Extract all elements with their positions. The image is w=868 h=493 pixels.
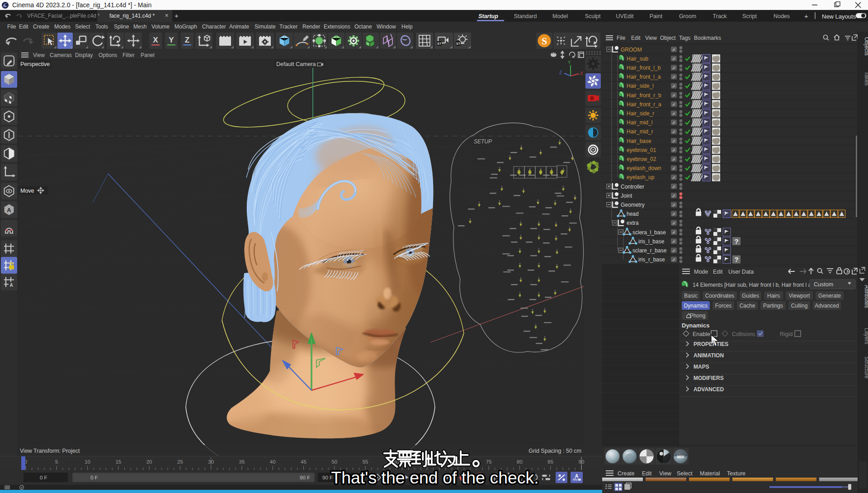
svg-text:View: View — [33, 52, 45, 58]
svg-text:S: S — [542, 35, 547, 47]
svg-text:Attributes: Attributes — [863, 285, 868, 308]
svg-text:Z: Z — [185, 36, 189, 44]
svg-text:Material: Material — [700, 470, 720, 477]
svg-text:Controller: Controller — [621, 184, 644, 190]
svg-text:GROOM: GROOM — [621, 47, 642, 53]
svg-text:iris_l_base: iris_l_base — [638, 238, 665, 245]
svg-text:Hair_front_r_a: Hair_front_r_a — [627, 101, 661, 108]
svg-text:Mode: Mode — [694, 269, 708, 275]
svg-text:Dynamics: Dynamics — [684, 303, 708, 309]
svg-text:Tags: Tags — [679, 35, 690, 41]
svg-text:Hair_front_r_b: Hair_front_r_b — [627, 92, 661, 99]
svg-text:extra: extra — [627, 220, 639, 226]
svg-text:14 Elements [Hair sub, Hair fr: 14 Elements [Hair sub, Hair front l b, H… — [693, 282, 812, 288]
svg-text:Geometry: Geometry — [621, 202, 645, 208]
svg-text:Hairs: Hairs — [767, 293, 780, 299]
svg-text:Object: Object — [660, 35, 676, 41]
svg-text:Hair_base: Hair_base — [627, 138, 651, 144]
svg-text:Advanced: Advanced — [815, 303, 839, 309]
svg-text:View: View — [645, 35, 657, 41]
svg-text:X: X — [153, 36, 158, 44]
svg-text:Edit: Edit — [642, 470, 652, 477]
svg-text:SETUP: SETUP — [474, 138, 492, 145]
svg-text:X: X — [580, 71, 583, 76]
svg-text:Texture: Texture — [727, 470, 745, 477]
svg-text:Move: Move — [20, 188, 34, 194]
svg-text:Dynamics: Dynamics — [682, 322, 709, 329]
svg-text:MODIFIERS: MODIFIERS — [693, 375, 724, 381]
svg-text:Perspective: Perspective — [20, 61, 50, 67]
svg-text:Edit: Edit — [631, 35, 641, 41]
svg-text:A: A — [7, 207, 11, 213]
svg-text:Cameras: Cameras — [50, 52, 72, 58]
svg-text:Culling: Culling — [791, 303, 808, 309]
svg-text:Hair_mid_l: Hair_mid_l — [627, 119, 652, 126]
svg-text:Collisions: Collisions — [732, 331, 755, 337]
svg-text:ST: ST — [456, 42, 461, 45]
svg-text:Hair_sub: Hair_sub — [627, 56, 648, 62]
svg-text:eyelash_up: eyelash_up — [627, 174, 655, 180]
svg-text:Cache: Cache — [740, 303, 755, 309]
svg-text:Joint: Joint — [621, 193, 632, 199]
svg-text:Coordinates: Coordinates — [705, 293, 735, 299]
svg-text:Options: Options — [99, 52, 117, 58]
svg-text:Takes: Takes — [863, 71, 868, 85]
svg-text:MAPS: MAPS — [693, 364, 709, 370]
svg-text:Create: Create — [618, 470, 635, 477]
svg-text:Structure: Structure — [863, 356, 868, 379]
svg-text:Phong: Phong — [690, 313, 706, 319]
svg-text:?: ? — [734, 237, 738, 245]
svg-text:Hair_front_l_a: Hair_front_l_a — [627, 74, 661, 80]
svg-text:Forces: Forces — [715, 303, 732, 309]
svg-text:Custom: Custom — [814, 281, 833, 288]
svg-text:Guides: Guides — [742, 293, 759, 299]
svg-text:Hair_side_r: Hair_side_r — [627, 110, 654, 117]
svg-text:sclera_l_base: sclera_l_base — [632, 229, 666, 236]
svg-text:ST: ST — [437, 42, 442, 45]
svg-text:A: A — [9, 283, 13, 288]
svg-text:head: head — [627, 211, 639, 217]
svg-text:Z: Z — [559, 70, 562, 75]
svg-text:File: File — [617, 35, 626, 41]
svg-text:That's the end of the check.: That's the end of the check. — [331, 468, 539, 487]
svg-text:iris_r_base: iris_r_base — [638, 256, 665, 263]
svg-text:Panel: Panel — [141, 52, 155, 58]
svg-text:Y: Y — [169, 36, 174, 44]
svg-text:sclare_r_base: sclare_r_base — [632, 247, 667, 254]
svg-text:Basic: Basic — [684, 293, 697, 299]
svg-text:eyebrow_01: eyebrow_01 — [627, 147, 656, 153]
svg-text:User Data: User Data — [728, 269, 754, 275]
svg-text:Generate: Generate — [818, 293, 841, 299]
svg-text:Hair_side_l: Hair_side_l — [627, 83, 654, 89]
svg-text:Partings: Partings — [763, 303, 783, 309]
svg-text:Hair_front_l_b: Hair_front_l_b — [627, 65, 661, 71]
svg-text:PROPERTIES: PROPERTIES — [693, 341, 728, 347]
svg-text:eyelash_down: eyelash_down — [627, 165, 661, 171]
svg-text:Rigid: Rigid — [780, 331, 793, 337]
svg-text:Viewport: Viewport — [789, 293, 810, 299]
svg-text:Edit: Edit — [713, 269, 723, 275]
svg-text:Enable: Enable — [693, 331, 710, 337]
svg-text:Objects: Objects — [863, 37, 868, 56]
svg-text:View: View — [659, 470, 672, 477]
svg-text:ANIMATION: ANIMATION — [693, 352, 724, 359]
svg-text:?: ? — [734, 256, 738, 263]
svg-text:Y: Y — [568, 60, 571, 65]
svg-text:Hair_mid_r: Hair_mid_r — [627, 128, 653, 135]
svg-text:Filter: Filter — [123, 52, 135, 58]
svg-text:Display: Display — [75, 52, 93, 58]
svg-text:ADVANCED: ADVANCED — [693, 386, 724, 393]
svg-text:Layers: Layers — [863, 328, 868, 344]
svg-text:MIX: MIX — [677, 455, 684, 459]
svg-text:eyebrow_02: eyebrow_02 — [627, 156, 656, 162]
svg-text:Bookmarks: Bookmarks — [694, 35, 721, 41]
svg-text:Default Camera: Default Camera — [276, 61, 316, 67]
svg-text:Select: Select — [677, 470, 693, 477]
